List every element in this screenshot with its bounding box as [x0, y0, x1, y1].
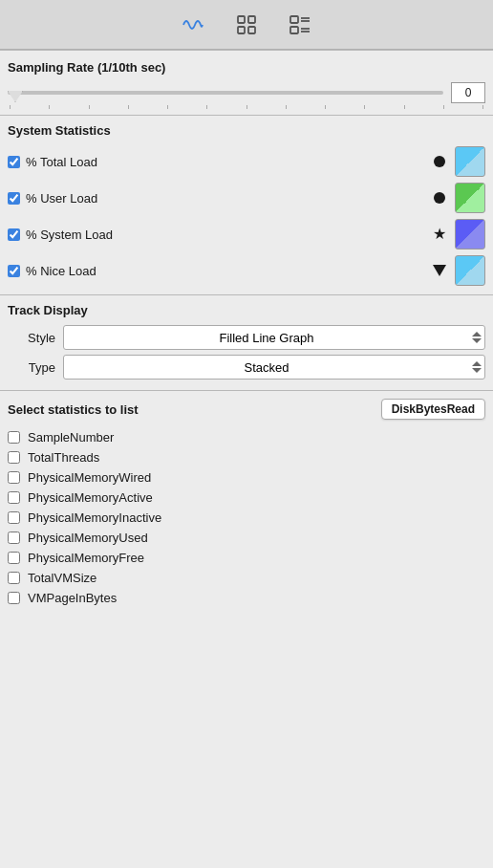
phys-memory-active-checkbox[interactable] — [8, 491, 20, 504]
type-label: Type — [8, 360, 55, 375]
list-icon[interactable] — [287, 11, 313, 38]
user-load-label: % User Load — [26, 191, 424, 206]
svg-rect-7 — [290, 27, 298, 33]
user-load-checkbox[interactable] — [8, 192, 20, 205]
total-threads-checkbox[interactable] — [8, 451, 20, 464]
sampling-slider[interactable] — [8, 91, 443, 95]
list-item: PhysicalMemoryActive — [8, 488, 485, 508]
tick — [89, 105, 90, 109]
stat-row-user-load: % User Load — [8, 180, 485, 216]
slider-ticks — [8, 105, 485, 109]
nice-load-label: % Nice Load — [26, 264, 424, 278]
phys-memory-free-checkbox[interactable] — [8, 552, 20, 564]
system-load-swatch[interactable] — [455, 219, 485, 250]
list-item: VMPageInBytes — [8, 588, 485, 608]
tick — [206, 105, 207, 109]
total-load-swatch[interactable] — [455, 146, 485, 177]
system-load-icon: ★ — [430, 225, 449, 244]
list-item: PhysicalMemoryUsed — [8, 528, 485, 548]
phys-memory-used-checkbox[interactable] — [8, 532, 20, 544]
tick — [49, 105, 50, 109]
total-load-icon — [430, 152, 449, 171]
tick — [404, 105, 405, 109]
slider-value: 0 — [451, 82, 485, 103]
phys-memory-used-label: PhysicalMemoryUsed — [28, 531, 148, 545]
tick — [325, 105, 326, 109]
select-stats-section: Select statistics to list DiskBytesRead … — [0, 390, 493, 608]
style-select-wrapper: Filled Line Graph Line Graph Bar Graph — [63, 325, 485, 350]
system-load-checkbox[interactable] — [8, 228, 20, 241]
dashboard-icon[interactable] — [233, 11, 260, 38]
stat-row-total-load: % Total Load — [8, 143, 485, 180]
list-item: TotalThreads — [8, 447, 485, 467]
phys-memory-wired-checkbox[interactable] — [8, 471, 20, 484]
list-item: PhysicalMemoryWired — [8, 467, 485, 488]
type-row: Type Stacked Normal — [8, 355, 485, 380]
phys-memory-free-label: PhysicalMemoryFree — [28, 551, 144, 565]
select-stats-title: Select statistics to list — [8, 402, 139, 417]
highlighted-stat-button[interactable]: DiskBytesRead — [381, 399, 485, 420]
toolbar — [0, 0, 493, 50]
tick — [128, 105, 129, 109]
total-load-label: % Total Load — [26, 155, 424, 169]
star-icon: ★ — [433, 227, 446, 242]
list-item: PhysicalMemoryFree — [8, 548, 485, 568]
circle-icon — [434, 192, 445, 204]
style-select[interactable]: Filled Line Graph Line Graph Bar Graph — [63, 325, 485, 350]
svg-rect-1 — [248, 16, 255, 23]
style-label: Style — [8, 331, 55, 345]
tick — [482, 105, 483, 109]
total-load-checkbox[interactable] — [8, 156, 20, 168]
style-row: Style Filled Line Graph Line Graph Bar G… — [8, 325, 485, 350]
svg-rect-0 — [238, 16, 245, 23]
tick — [364, 105, 365, 109]
stat-row-system-load: % System Load ★ — [8, 216, 485, 252]
phys-memory-active-label: PhysicalMemoryActive — [28, 490, 153, 505]
tick — [443, 105, 444, 109]
select-stats-header: Select statistics to list DiskBytesRead — [8, 399, 485, 420]
sampling-title: Sampling Rate (1/10th sec) — [8, 60, 485, 75]
sampling-section: Sampling Rate (1/10th sec) 0 — [0, 51, 493, 115]
stats-title: System Statistics — [8, 123, 485, 138]
svg-rect-2 — [238, 27, 245, 33]
svg-rect-4 — [290, 16, 298, 23]
track-display-title: Track Display — [8, 303, 485, 317]
total-vm-size-label: TotalVMSize — [28, 571, 96, 585]
track-display-section: Track Display Style Filled Line Graph Li… — [0, 295, 493, 390]
nice-load-icon — [430, 261, 449, 280]
system-load-label: % System Load — [26, 228, 424, 242]
waveform-icon[interactable] — [180, 11, 206, 38]
nice-load-checkbox[interactable] — [8, 265, 20, 277]
stats-section: System Statistics % Total Load % User Lo… — [0, 116, 493, 294]
nice-load-swatch[interactable] — [455, 255, 485, 286]
user-load-swatch[interactable] — [455, 183, 485, 213]
slider-row: 0 — [8, 82, 485, 103]
vm-pagein-bytes-label: VMPageInBytes — [28, 591, 117, 605]
type-select-wrapper: Stacked Normal — [63, 355, 485, 380]
sample-number-label: SampleNumber — [28, 430, 114, 445]
list-item: TotalVMSize — [8, 568, 485, 588]
tick — [167, 105, 168, 109]
phys-memory-wired-label: PhysicalMemoryWired — [28, 470, 151, 485]
total-vm-size-checkbox[interactable] — [8, 572, 20, 584]
tick — [10, 105, 11, 109]
list-item: SampleNumber — [8, 427, 485, 447]
vm-pagein-bytes-checkbox[interactable] — [8, 592, 20, 604]
phys-memory-inactive-label: PhysicalMemoryInactive — [28, 510, 161, 525]
sample-number-checkbox[interactable] — [8, 431, 20, 444]
tick — [286, 105, 287, 109]
circle-icon — [434, 156, 445, 167]
phys-memory-inactive-checkbox[interactable] — [8, 511, 20, 524]
slider-container — [8, 82, 443, 103]
type-select[interactable]: Stacked Normal — [63, 355, 485, 380]
total-threads-label: TotalThreads — [28, 450, 99, 465]
tick — [246, 105, 247, 109]
triangle-icon — [433, 265, 446, 276]
svg-rect-3 — [248, 27, 255, 33]
stat-row-nice-load: % Nice Load — [8, 252, 485, 289]
user-load-icon — [430, 188, 449, 207]
list-item: PhysicalMemoryInactive — [8, 508, 485, 528]
